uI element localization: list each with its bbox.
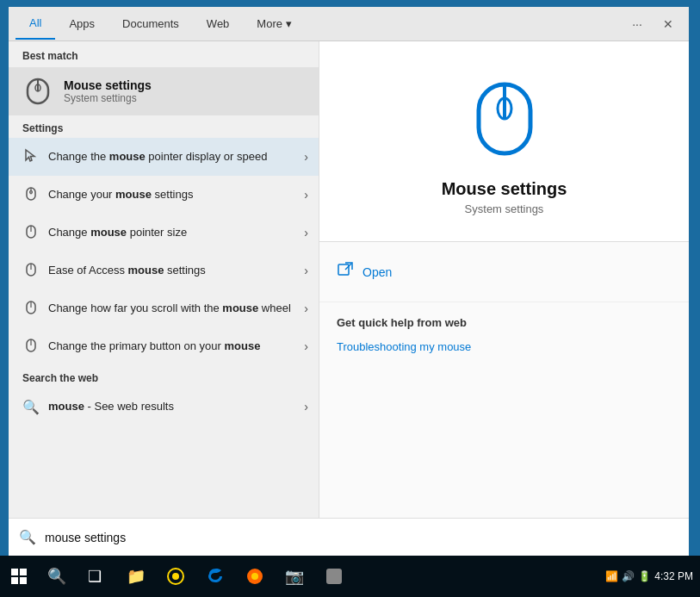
- right-web-section: Get quick help from web Troubleshooting …: [319, 302, 689, 370]
- settings-section-label: Settings: [9, 115, 319, 138]
- taskbar-network-icon[interactable]: 📶: [605, 570, 618, 582]
- right-web-link-1[interactable]: Troubleshooting my mouse: [337, 338, 672, 356]
- settings-item-mouse-settings[interactable]: Change your mouse settings ›: [9, 176, 319, 214]
- web-search-text: mouse - See web results: [48, 400, 295, 414]
- tab-documents[interactable]: Documents: [108, 9, 193, 39]
- taskbar-right: 📶 🔊 🔋 4:32 PM: [605, 570, 700, 582]
- settings-item-text-3: Change mouse pointer size: [48, 226, 295, 240]
- chevron-icon-5: ›: [304, 302, 308, 315]
- search-window: All Apps Documents Web More ▾ ··· ✕ Best…: [9, 7, 689, 556]
- ease-of-access-icon: [22, 262, 40, 279]
- best-match-title: Mouse settings: [64, 78, 152, 92]
- right-actions: Open: [319, 242, 689, 302]
- search-web-icon: 🔍: [22, 399, 40, 415]
- search-input[interactable]: [45, 531, 678, 544]
- svg-point-24: [172, 573, 179, 580]
- svg-rect-19: [11, 569, 18, 575]
- taskbar-battery-icon[interactable]: 🔋: [638, 570, 651, 582]
- svg-rect-21: [11, 577, 18, 584]
- search-window-body: Best match Mouse settings System setting…: [9, 41, 689, 518]
- chevron-icon-6: ›: [304, 339, 308, 353]
- svg-rect-27: [326, 569, 342, 584]
- web-search-item[interactable]: 🔍 mouse - See web results ›: [9, 388, 319, 426]
- search-bar-icon: 🔍: [19, 529, 36, 545]
- web-search-section-label: Search the web: [9, 365, 319, 388]
- taskbar-file-explorer[interactable]: 📁: [117, 557, 155, 595]
- settings-item-text-1: Change the mouse pointer display or spee…: [48, 150, 295, 165]
- right-web-title: Get quick help from web: [337, 316, 672, 329]
- settings-item-text-6: Change the primary button on your mouse: [48, 339, 295, 354]
- best-match-label: Best match: [9, 41, 319, 67]
- tab-web[interactable]: Web: [193, 9, 244, 39]
- taskbar-volume-icon[interactable]: 🔊: [622, 570, 635, 582]
- close-button[interactable]: ✕: [654, 10, 682, 38]
- best-match-item[interactable]: Mouse settings System settings: [9, 67, 319, 115]
- settings-item-text-2: Change your mouse settings: [48, 188, 295, 202]
- chevron-icon-4: ›: [304, 264, 308, 277]
- taskbar: 🔍 ❑ 📁 📷 📶 🔊 🔋: [0, 556, 700, 597]
- open-label: Open: [362, 265, 392, 279]
- tab-more[interactable]: More ▾: [243, 9, 306, 39]
- mouse-settings-icon: [22, 186, 40, 203]
- scroll-speed-icon: [22, 300, 40, 317]
- settings-item-text-4: Ease of Access mouse settings: [48, 264, 295, 278]
- svg-point-26: [251, 573, 258, 580]
- taskbar-browser-1[interactable]: [157, 557, 195, 595]
- tab-bar: All Apps Documents Web More ▾ ··· ✕: [9, 7, 689, 41]
- taskbar-search-button[interactable]: 🔍: [38, 557, 76, 595]
- right-top-title: Mouse settings: [442, 179, 567, 199]
- svg-rect-17: [338, 264, 349, 275]
- settings-item-primary-button[interactable]: Change the primary button on your mouse …: [9, 327, 319, 365]
- best-match-text: Mouse settings System settings: [64, 78, 152, 104]
- taskbar-task-view-button[interactable]: ❑: [76, 557, 114, 595]
- chevron-icon-1: ›: [304, 150, 308, 164]
- tab-all[interactable]: All: [15, 8, 55, 40]
- open-button[interactable]: Open: [337, 256, 672, 288]
- right-panel: Mouse settings System settings Open: [319, 41, 689, 518]
- taskbar-photos[interactable]: 📷: [276, 557, 313, 595]
- taskbar-edge[interactable]: [196, 557, 234, 595]
- tab-more-label: More: [257, 17, 282, 30]
- taskbar-time[interactable]: 4:32 PM: [654, 570, 693, 582]
- mouse-icon: [22, 76, 53, 107]
- start-button[interactable]: [0, 557, 38, 595]
- right-mouse-icon: [470, 76, 539, 165]
- taskbar-app-1[interactable]: [236, 557, 274, 595]
- search-bottom-bar: 🔍: [9, 518, 689, 556]
- settings-item-scroll-speed[interactable]: Change how far you scroll with the mouse…: [9, 289, 319, 327]
- tab-actions: ··· ✕: [623, 10, 682, 38]
- left-panel: Best match Mouse settings System setting…: [9, 41, 319, 518]
- taskbar-app-2[interactable]: [315, 557, 353, 595]
- chevron-icon-2: ›: [304, 188, 308, 202]
- right-top-section: Mouse settings System settings: [319, 41, 689, 242]
- best-match-subtitle: System settings: [64, 92, 152, 104]
- chevron-icon-3: ›: [304, 226, 308, 239]
- pointer-display-icon: [22, 148, 40, 165]
- svg-rect-22: [20, 577, 27, 584]
- tab-apps[interactable]: Apps: [55, 9, 108, 39]
- settings-item-text-5: Change how far you scroll with the mouse…: [48, 302, 295, 316]
- taskbar-pinned-apps: 📁 📷: [114, 557, 356, 595]
- tab-more-dropdown-icon: ▾: [286, 17, 292, 30]
- pointer-size-icon: [22, 224, 40, 241]
- settings-item-pointer-size[interactable]: Change mouse pointer size ›: [9, 214, 319, 252]
- primary-button-icon: [22, 338, 40, 355]
- settings-item-pointer-display[interactable]: Change the mouse pointer display or spee…: [9, 138, 319, 176]
- settings-item-ease-of-access[interactable]: Ease of Access mouse settings ›: [9, 252, 319, 289]
- ellipsis-button[interactable]: ···: [623, 10, 651, 38]
- open-icon: [337, 261, 354, 283]
- right-top-subtitle: System settings: [465, 202, 544, 215]
- chevron-icon-web: ›: [304, 400, 308, 414]
- svg-rect-20: [20, 569, 27, 575]
